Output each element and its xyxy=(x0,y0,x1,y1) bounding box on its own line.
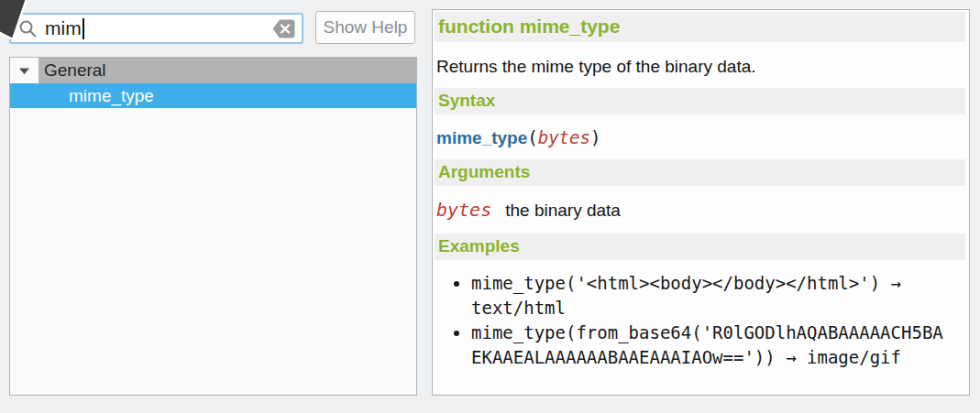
tree-item-label: mime_type xyxy=(69,86,154,105)
syntax-open-paren: ( xyxy=(527,127,537,147)
chevron-down-icon xyxy=(18,67,30,75)
show-help-label: Show Help xyxy=(324,17,408,38)
section-heading-arguments: Arguments xyxy=(435,159,965,186)
tree-group-label: General xyxy=(39,58,416,83)
examples-list: mime_type('<html><body></body></html>') … xyxy=(435,271,948,370)
example-item: mime_type('<html><body></body></html>') … xyxy=(471,271,948,321)
clear-text-icon[interactable] xyxy=(271,18,296,39)
help-title: function mime_type xyxy=(435,12,965,42)
argument-row: bytes the binary data xyxy=(436,199,963,221)
search-input[interactable]: mim xyxy=(9,13,303,44)
syntax-parameter: bytes xyxy=(538,127,590,147)
show-help-button[interactable]: Show Help xyxy=(315,11,415,44)
help-panel: function mime_type Returns the mime type… xyxy=(432,9,970,396)
search-input-value: mim xyxy=(45,17,82,39)
text-caret xyxy=(83,18,84,39)
function-tree: General mime_type xyxy=(9,57,417,396)
function-description: Returns the mime type of the binary data… xyxy=(436,56,963,77)
expander-cell[interactable] xyxy=(10,58,39,83)
tree-item-mime-type[interactable]: mime_type xyxy=(10,83,416,108)
tree-group-general[interactable]: General xyxy=(10,58,416,83)
argument-description: the binary data xyxy=(505,201,621,221)
mouse-cursor-artifact xyxy=(0,0,40,49)
example-item: mime_type(from_base64('R0lGODlhAQABAAAAA… xyxy=(471,321,948,370)
syntax-function-name: mime_type xyxy=(436,128,527,147)
argument-name: bytes xyxy=(436,199,491,221)
section-heading-syntax: Syntax xyxy=(435,88,965,114)
syntax-close-paren: ) xyxy=(590,127,600,147)
syntax-line: mime_type(bytes) xyxy=(436,127,963,148)
section-heading-examples: Examples xyxy=(435,234,965,260)
